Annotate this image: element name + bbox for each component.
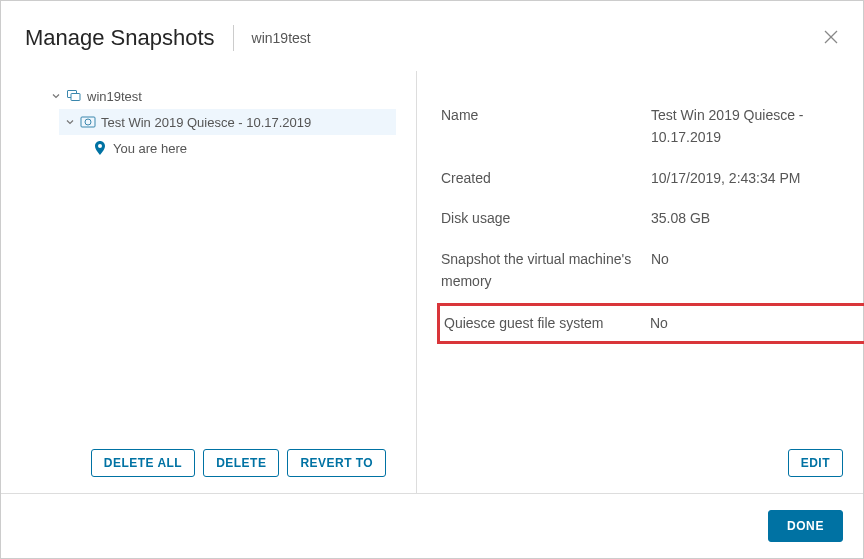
dialog-title: Manage Snapshots <box>25 25 234 51</box>
detail-memory-label: Snapshot the virtual machine's memory <box>441 248 651 293</box>
svg-point-5 <box>85 119 91 125</box>
detail-name-label: Name <box>441 104 651 149</box>
dialog-subtitle: win19test <box>234 30 311 46</box>
snapshot-tree-panel: win19test Test Win 2019 Quiesce - 10.17.… <box>1 71 417 493</box>
snapshot-details-panel: Name Test Win 2019 Quiesce - 10.17.2019 … <box>417 71 863 493</box>
dialog-body: win19test Test Win 2019 Quiesce - 10.17.… <box>1 71 863 494</box>
detail-created-value: 10/17/2019, 2:43:34 PM <box>651 167 843 189</box>
dialog-header: Manage Snapshots win19test <box>1 1 863 71</box>
detail-quiesce-row: Quiesce guest file system No <box>437 303 864 343</box>
close-icon <box>823 29 839 45</box>
dialog-footer: DONE <box>1 494 863 558</box>
tree-snapshot-item[interactable]: Test Win 2019 Quiesce - 10.17.2019 <box>59 109 396 135</box>
close-button[interactable] <box>823 29 839 45</box>
detail-disk-row: Disk usage 35.08 GB <box>441 198 843 238</box>
detail-created-label: Created <box>441 167 651 189</box>
tree-here-label: You are here <box>113 141 392 156</box>
snapshot-tree: win19test Test Win 2019 Quiesce - 10.17.… <box>21 83 396 443</box>
detail-disk-value: 35.08 GB <box>651 207 843 229</box>
location-pin-icon <box>91 141 109 155</box>
tree-root-label: win19test <box>87 89 392 104</box>
tree-you-are-here[interactable]: You are here <box>87 135 396 161</box>
manage-snapshots-dialog: Manage Snapshots win19test win19test <box>0 0 864 559</box>
delete-all-button[interactable]: DELETE ALL <box>91 449 195 477</box>
detail-memory-value: No <box>651 248 843 293</box>
revert-to-button[interactable]: REVERT TO <box>287 449 386 477</box>
detail-disk-label: Disk usage <box>441 207 651 229</box>
chevron-down-icon[interactable] <box>49 91 63 101</box>
delete-button[interactable]: DELETE <box>203 449 279 477</box>
tree-snapshot-label: Test Win 2019 Quiesce - 10.17.2019 <box>101 115 392 130</box>
svg-rect-3 <box>71 94 80 101</box>
detail-memory-row: Snapshot the virtual machine's memory No <box>441 239 843 302</box>
tree-root-vm[interactable]: win19test <box>45 83 396 109</box>
snapshot-details: Name Test Win 2019 Quiesce - 10.17.2019 … <box>441 95 843 433</box>
detail-name-row: Name Test Win 2019 Quiesce - 10.17.2019 <box>441 95 843 158</box>
chevron-down-icon[interactable] <box>63 117 77 127</box>
detail-quiesce-label: Quiesce guest file system <box>440 312 650 334</box>
details-actions: EDIT <box>441 449 843 477</box>
detail-name-value: Test Win 2019 Quiesce - 10.17.2019 <box>651 104 843 149</box>
vm-icon <box>65 89 83 103</box>
tree-actions: DELETE ALL DELETE REVERT TO <box>21 443 396 477</box>
detail-quiesce-value: No <box>650 312 860 334</box>
detail-created-row: Created 10/17/2019, 2:43:34 PM <box>441 158 843 198</box>
done-button[interactable]: DONE <box>768 510 843 542</box>
edit-button[interactable]: EDIT <box>788 449 843 477</box>
snapshot-icon <box>79 115 97 129</box>
